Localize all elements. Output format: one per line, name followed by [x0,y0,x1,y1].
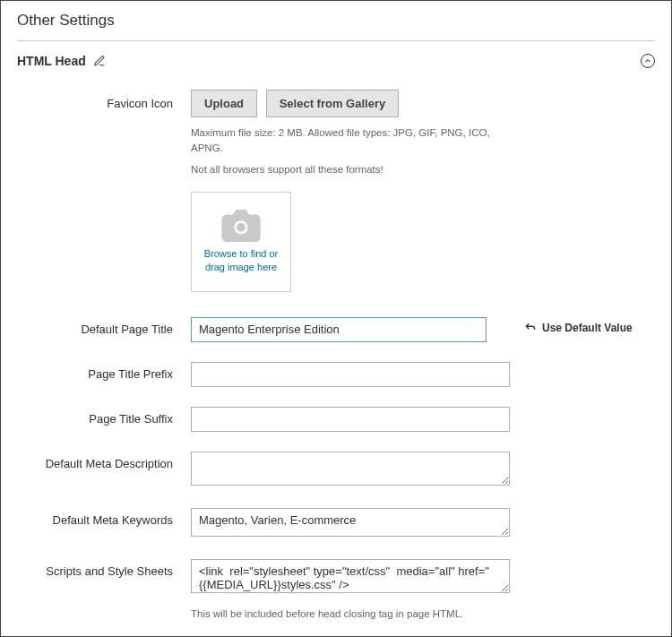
favicon-dropzone[interactable]: Browse to find or drag image here [191,192,291,292]
page-title-suffix-input[interactable] [191,407,510,432]
favicon-label: Favicon Icon [17,90,191,110]
page-title-prefix-label: Page Title Prefix [17,362,191,381]
favicon-hint-browsers: Not all browsers support all these forma… [191,162,510,177]
select-from-gallery-button[interactable]: Select from Gallery [266,90,400,117]
panel-title: Other Settings [1,1,671,30]
meta-keywords-row: Default Meta Keywords Magento, Varien, E… [17,508,655,539]
scripts-row: Scripts and Style Sheets <link rel="styl… [17,559,655,622]
favicon-row: Favicon Icon Upload Select from Gallery … [17,90,655,292]
page-title-suffix-label: Page Title Suffix [17,407,191,426]
default-page-title-row: Default Page Title Use Default Value [17,317,655,342]
page-title-suffix-row: Page Title Suffix [17,407,655,432]
collapse-icon[interactable] [641,54,655,68]
meta-description-row: Default Meta Description [17,452,655,488]
scripts-hint: This will be included before head closin… [191,607,510,622]
browse-text: Browse to find or drag image here [192,247,290,274]
page-title-prefix-input[interactable] [191,362,510,387]
settings-panel: Other Settings HTML Head Favicon Icon Up… [0,0,672,637]
default-page-title-input[interactable] [191,317,487,342]
default-page-title-label: Default Page Title [17,317,191,336]
edit-icon[interactable] [93,55,106,67]
section-header[interactable]: HTML Head [1,41,671,68]
favicon-hint-filetypes: Maximum file size: 2 MB. Allowed file ty… [191,125,510,157]
scripts-input[interactable]: <link rel="stylesheet" type="text/css" m… [191,559,510,593]
camera-icon [221,210,261,242]
use-default-label: Use Default Value [542,322,633,334]
use-default-action[interactable]: Use Default Value [510,317,633,334]
page-title-prefix-row: Page Title Prefix [17,362,655,387]
favicon-controls: Upload Select from Gallery Maximum file … [191,90,510,292]
meta-description-input[interactable] [191,452,510,486]
fields-container: Favicon Icon Upload Select from Gallery … [1,68,671,637]
undo-icon [524,322,537,334]
svg-point-1 [237,223,246,232]
meta-description-label: Default Meta Description [17,452,191,470]
meta-keywords-label: Default Meta Keywords [17,508,191,527]
upload-button[interactable]: Upload [191,90,257,117]
section-title: HTML Head [17,54,86,68]
meta-keywords-input[interactable]: Magento, Varien, E-commerce [191,508,510,537]
scripts-label: Scripts and Style Sheets [17,559,191,578]
